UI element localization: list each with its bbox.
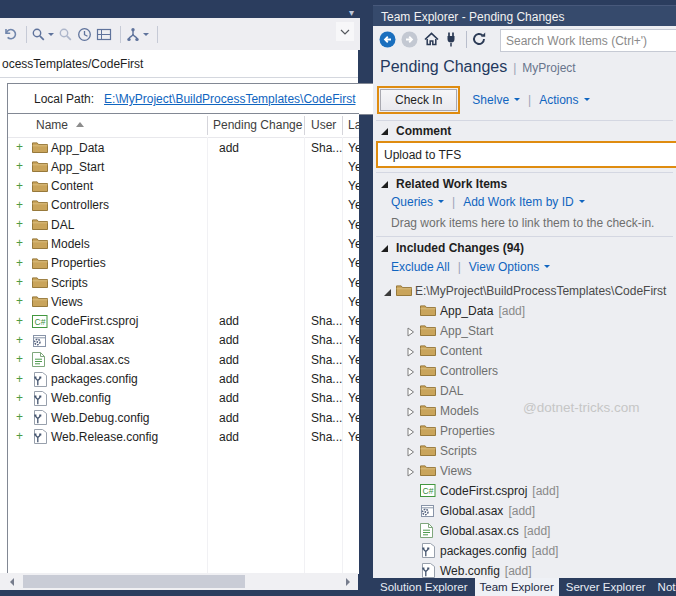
expand-plus-icon[interactable]: + xyxy=(16,159,23,173)
expander-collapsed-icon[interactable] xyxy=(407,326,415,340)
table-row[interactable]: +C#CodeFirst.csprojaddSha...Yes xyxy=(8,312,359,331)
expand-plus-icon[interactable]: + xyxy=(16,372,23,386)
add-work-item-dropdown-icon[interactable] xyxy=(579,200,585,206)
tree-item-folder[interactable]: Content xyxy=(373,341,676,361)
tree-item-file[interactable]: packages.config[add] xyxy=(373,541,676,561)
scroll-right-icon[interactable] xyxy=(346,578,354,586)
tree-item-folder[interactable]: App_Start xyxy=(373,321,676,341)
tree-item-folder[interactable]: Properties xyxy=(373,421,676,441)
check-in-button[interactable]: Check In xyxy=(380,89,457,111)
tab-server-explorer[interactable]: Server Explorer xyxy=(561,578,651,596)
expander-collapsed-icon[interactable] xyxy=(407,346,415,360)
expand-plus-icon[interactable]: + xyxy=(16,391,23,405)
expand-plus-icon[interactable]: + xyxy=(16,294,23,308)
shelve-link[interactable]: Shelve xyxy=(472,93,520,107)
table-row[interactable]: +App_StartYes xyxy=(8,157,359,176)
back-icon[interactable] xyxy=(379,31,396,48)
table-row[interactable]: +ContentYes xyxy=(8,177,359,196)
expander-collapsed-icon[interactable] xyxy=(407,366,415,380)
expander-expanded-icon[interactable] xyxy=(383,286,392,300)
expander-collapsed-icon[interactable] xyxy=(407,446,415,460)
annotate-icon[interactable] xyxy=(96,27,112,42)
expander-collapsed-icon[interactable] xyxy=(407,466,415,480)
queries-dropdown-icon[interactable] xyxy=(438,200,444,206)
table-row[interactable]: +ControllersYes xyxy=(8,196,359,215)
find-icon[interactable] xyxy=(31,27,54,42)
home-icon[interactable] xyxy=(423,31,440,47)
expand-plus-icon[interactable]: + xyxy=(16,410,23,424)
column-header-pending-change[interactable]: Pending Change xyxy=(213,118,302,132)
expand-plus-icon[interactable]: + xyxy=(16,333,23,347)
branch-icon[interactable] xyxy=(125,27,149,42)
team-explorer-titlebar[interactable]: Team Explorer - Pending Changes xyxy=(373,5,676,27)
table-row[interactable]: +Web.Debug.configaddSha...Yes xyxy=(8,408,359,427)
table-row[interactable]: +Web.configaddSha...Yes xyxy=(8,389,359,408)
tree-item-folder[interactable]: App_Data[add] xyxy=(373,301,676,321)
expand-plus-icon[interactable]: + xyxy=(16,429,23,443)
actions-dropdown-icon[interactable] xyxy=(584,98,590,104)
column-header-la[interactable]: La xyxy=(348,118,359,132)
tree-item-file[interactable]: Global.asax.cs[add] xyxy=(373,521,676,541)
window-menu-icon[interactable]: ▾ xyxy=(349,7,354,18)
expand-plus-icon[interactable]: + xyxy=(16,217,23,231)
forward-icon[interactable] xyxy=(401,31,418,48)
horizontal-scrollbar[interactable] xyxy=(0,573,358,590)
table-row[interactable]: +PropertiesYes xyxy=(8,254,359,273)
tree-item-folder[interactable]: E:\MyProject\BuildProcessTemplates\CodeF… xyxy=(373,281,676,301)
scrollbar-thumb[interactable] xyxy=(23,575,245,588)
related-work-items-header[interactable]: Related Work Items xyxy=(380,177,507,191)
table-row[interactable]: +Global.asax.csaddSha...Yes xyxy=(8,350,359,369)
table-row[interactable]: +DALYes xyxy=(8,215,359,234)
exclude-all-link[interactable]: Exclude All xyxy=(391,260,450,274)
tree-item-folder[interactable]: Controllers xyxy=(373,361,676,381)
expand-plus-icon[interactable]: + xyxy=(16,236,23,250)
table-row[interactable]: +App_DataaddSha...Yes xyxy=(8,138,359,157)
queries-link[interactable]: Queries xyxy=(391,195,444,209)
dropdown-icon[interactable] xyxy=(143,33,149,39)
view-options-dropdown-icon[interactable] xyxy=(544,265,550,271)
expander-collapsed-icon[interactable] xyxy=(407,386,415,400)
tab-notif[interactable]: Notif xyxy=(653,578,676,596)
expand-plus-icon[interactable]: + xyxy=(16,275,23,289)
column-header-user[interactable]: User xyxy=(311,118,336,132)
included-changes-header[interactable]: Included Changes (94) xyxy=(380,241,524,255)
table-row[interactable]: +ViewsYes xyxy=(8,292,359,311)
search-input[interactable]: Search Work Items (Ctrl+') xyxy=(500,29,676,52)
tab-solution-explorer[interactable]: Solution Explorer xyxy=(375,578,473,596)
tree-item-file[interactable]: Global.asax[add] xyxy=(373,501,676,521)
local-path-link[interactable]: E:\MyProject\BuildProcessTemplates\CodeF… xyxy=(104,92,355,106)
tree-item-folder[interactable]: Scripts xyxy=(373,441,676,461)
table-row[interactable]: +ModelsYes xyxy=(8,234,359,253)
tab-team-explorer[interactable]: Team Explorer xyxy=(475,578,559,596)
comment-input[interactable]: Upload to TFS xyxy=(376,141,676,168)
actions-link[interactable]: Actions xyxy=(539,93,589,107)
table-row[interactable]: +ScriptsYes xyxy=(8,273,359,292)
tree-item-file[interactable]: C#CodeFirst.csproj[add] xyxy=(373,481,676,501)
combo-dropdown-icon[interactable] xyxy=(336,22,354,41)
add-work-item-by-id-link[interactable]: Add Work Item by ID xyxy=(463,195,584,209)
history-icon[interactable] xyxy=(77,27,92,42)
refresh-icon[interactable] xyxy=(471,31,487,47)
shelve-dropdown-icon[interactable] xyxy=(514,98,520,104)
expand-plus-icon[interactable]: + xyxy=(16,140,23,154)
table-row[interactable]: +packages.configaddSha...Yes xyxy=(8,370,359,389)
expander-collapsed-icon[interactable] xyxy=(407,426,415,440)
undo-icon[interactable] xyxy=(2,26,18,42)
scroll-left-icon[interactable] xyxy=(6,578,14,586)
tree-item-folder[interactable]: DAL xyxy=(373,381,676,401)
view-options-link[interactable]: View Options xyxy=(469,260,550,274)
tree-item-file[interactable]: Web.config[add] xyxy=(373,561,676,578)
expander-collapsed-icon[interactable] xyxy=(407,406,415,420)
expand-plus-icon[interactable]: + xyxy=(16,314,23,328)
table-row[interactable]: +Web.Release.configaddSha...Yes xyxy=(8,427,359,446)
expand-plus-icon[interactable]: + xyxy=(16,256,23,270)
connect-icon[interactable] xyxy=(445,31,457,48)
expand-plus-icon[interactable]: + xyxy=(16,198,23,212)
table-row[interactable]: +Global.asaxaddSha...Yes xyxy=(8,331,359,350)
tree-item-folder[interactable]: Views xyxy=(373,461,676,481)
find-files-icon[interactable] xyxy=(58,27,73,42)
column-header-name[interactable]: Name xyxy=(36,118,68,132)
comment-section-header[interactable]: Comment xyxy=(380,124,451,138)
dropdown-icon[interactable] xyxy=(48,33,54,39)
source-location-combobox[interactable]: ocessTemplates/CodeFirst xyxy=(0,50,358,78)
